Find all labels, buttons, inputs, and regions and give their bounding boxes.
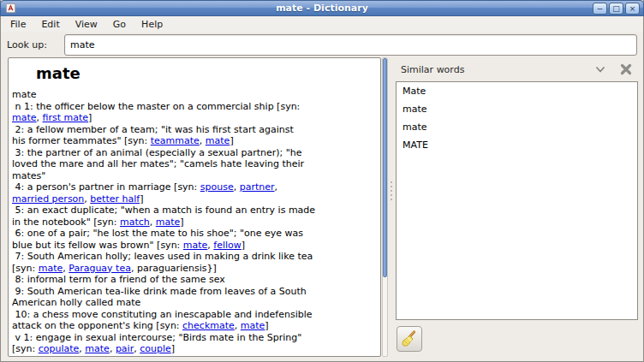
definition-link[interactable]: copulate: [39, 343, 80, 354]
definition-link[interactable]: mate: [156, 217, 181, 228]
definition-line: 3: the partner of an animal (especially …: [12, 147, 377, 159]
menu-help[interactable]: Help: [134, 17, 170, 32]
definition-link[interactable]: couple: [140, 343, 171, 354]
definition-text: ]: [88, 112, 92, 123]
definition-link[interactable]: married person: [12, 193, 84, 205]
definition-text: blue but its fellow was brown" [syn:: [12, 240, 183, 251]
definition-text: 4: a person's partner in marriage [syn:: [12, 181, 200, 193]
menubar: File Edit View Go Help: [1, 16, 643, 32]
definition-text: ]: [140, 193, 143, 205]
definition-link[interactable]: fellow: [213, 240, 241, 251]
definition-text: [syn:: [12, 343, 39, 354]
definition-text: mates": [12, 170, 45, 181]
definition-text: ,: [150, 217, 156, 228]
definition-text: 6: one of a pair; "he lost the mate to h…: [12, 228, 303, 239]
definition-text: ]: [171, 343, 175, 354]
definition-link[interactable]: match: [120, 217, 150, 228]
definition-lines: mate n 1: the officer below the master o…: [12, 89, 377, 355]
definition-line: 9: South American tea-like drink made fr…: [12, 286, 377, 298]
definition-text: 5: an exact duplicate; "when a match is …: [12, 205, 315, 216]
lookup-input[interactable]: [64, 34, 637, 56]
definition-scrollbar[interactable]: [382, 57, 388, 357]
lookup-label: Look up:: [7, 39, 64, 50]
definition-link[interactable]: Paraguay tea: [69, 263, 131, 274]
definition-line: 10: a chess move constituting an inescap…: [12, 309, 377, 321]
definition-text: ,: [200, 135, 206, 146]
definition-text: [syn:: [12, 263, 39, 274]
definition-content: mate mate n 1: the officer below the mas…: [9, 58, 380, 355]
definition-text: , paraguariensis}]: [131, 263, 217, 274]
definition-text: mate: [12, 89, 37, 100]
definition-line: 8: informal term for a friend of the sam…: [12, 274, 377, 286]
similar-word-item[interactable]: MATE: [397, 136, 637, 154]
definition-line: 7: South American holly; leaves used in …: [12, 251, 377, 263]
definition-text: 8: informal term for a friend of the sam…: [12, 274, 225, 285]
definition-line: mate: [12, 89, 377, 101]
definition-link[interactable]: checkmate: [182, 320, 235, 331]
maximize-button[interactable]: □: [609, 3, 623, 15]
definition-link[interactable]: mate: [85, 343, 110, 354]
menu-file[interactable]: File: [3, 17, 33, 32]
menu-go[interactable]: Go: [105, 17, 134, 32]
menu-view[interactable]: View: [68, 17, 105, 32]
definition-text: ]: [242, 240, 245, 251]
definition-line: married person, better half]: [12, 193, 377, 205]
definition-text: ]: [265, 320, 268, 331]
sidebar-close-icon[interactable]: [619, 62, 633, 76]
definition-line: mates": [12, 170, 377, 182]
definition-link[interactable]: partner: [240, 181, 275, 193]
sidebar-header: Similar words: [396, 58, 638, 80]
definition-panel: mate mate n 1: the officer below the mas…: [8, 57, 381, 357]
similar-word-item[interactable]: mate: [397, 118, 637, 136]
definition-line: blue but its fellow was brown" [syn: mat…: [12, 240, 377, 252]
definition-text: ,: [275, 181, 278, 193]
window-title: mate - Dictionary: [1, 3, 643, 14]
definition-link[interactable]: mate: [12, 112, 37, 123]
definition-link[interactable]: mate: [39, 263, 63, 274]
definition-text: attack on the opponent's king [syn:: [12, 320, 182, 331]
definition-link[interactable]: mate: [206, 135, 230, 146]
definition-link[interactable]: pair: [116, 343, 134, 354]
definition-line: mate, first mate]: [12, 112, 377, 124]
menu-edit[interactable]: Edit: [33, 17, 67, 32]
definition-link[interactable]: first mate: [43, 112, 89, 123]
definition-line: v 1: engage in sexual intercourse; "Bird…: [12, 332, 377, 344]
definition-link[interactable]: spouse: [200, 181, 234, 193]
definition-link[interactable]: teammate: [151, 135, 200, 146]
definition-line: loved the mare and all her mates"; "came…: [12, 158, 377, 170]
definition-scrollbar-slider[interactable]: [383, 58, 387, 277]
dictionary-window: mate - Dictionary − □ × File Edit View G…: [0, 0, 644, 362]
minimize-button[interactable]: −: [593, 3, 607, 15]
definition-text: in the notebook" [syn:: [12, 217, 120, 228]
similar-word-item[interactable]: mate: [397, 100, 637, 118]
definition-text: 10: a chess move constituting an inescap…: [12, 309, 313, 320]
close-button[interactable]: ×: [625, 3, 640, 15]
broom-icon: [400, 329, 419, 348]
minimize-icon: −: [597, 4, 604, 14]
clear-similar-words-button[interactable]: [397, 326, 422, 352]
definition-link[interactable]: mate: [183, 240, 208, 251]
definition-line: [syn: mate, Paraguay tea, paraguariensis…: [12, 263, 377, 275]
definition-text: 7: South American holly; leaves used in …: [12, 251, 313, 262]
definition-line: 5: an exact duplicate; "when a match is …: [12, 205, 377, 217]
chevron-down-icon[interactable]: [595, 66, 605, 74]
definition-line: 6: one of a pair; "he lost the mate to h…: [12, 228, 377, 240]
definition-text: ,: [110, 343, 116, 354]
definition-line: attack on the opponent's king [syn: chec…: [12, 320, 377, 332]
definition-text: 2: a fellow member of a team; "it was hi…: [12, 124, 294, 135]
titlebar[interactable]: mate - Dictionary − □ ×: [0, 0, 644, 16]
close-icon: ×: [629, 4, 636, 14]
pane-resize-handle[interactable]: [390, 181, 393, 209]
definition-line: his former teammates" [syn: teammate, ma…: [12, 135, 377, 147]
definition-text: ,: [235, 320, 241, 331]
similar-words-sidebar: Similar words MatematemateMATE: [396, 58, 638, 357]
definition-text: American holly called mate: [12, 297, 140, 308]
definition-headword: mate: [36, 65, 377, 82]
definition-text: ]: [180, 217, 183, 228]
definition-link[interactable]: mate: [241, 320, 265, 331]
lookup-row: Look up:: [1, 32, 643, 57]
similar-word-item[interactable]: Mate: [397, 82, 637, 100]
definition-line: [syn: copulate, mate, pair, couple]: [12, 343, 377, 355]
definition-text: ,: [234, 181, 240, 193]
definition-link[interactable]: better half: [90, 193, 140, 205]
